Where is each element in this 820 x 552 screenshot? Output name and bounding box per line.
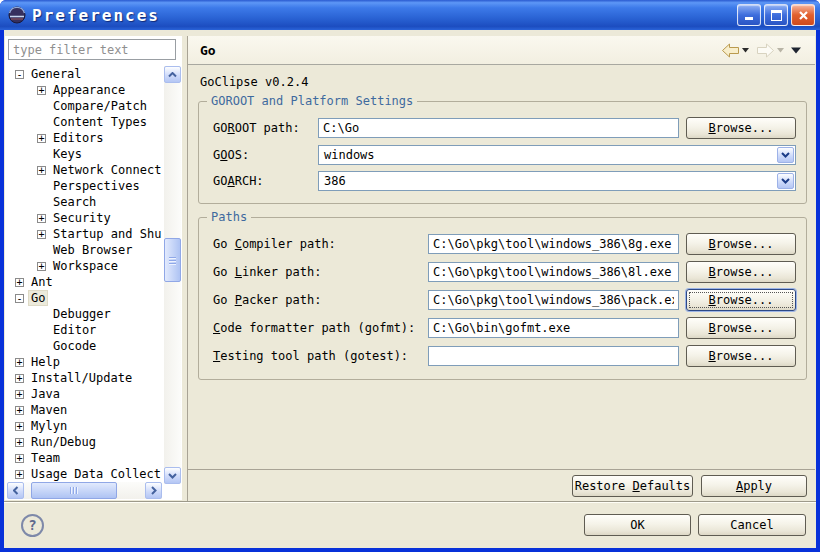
collapse-icon[interactable]: - [15, 294, 24, 303]
tree-item-install-update[interactable]: +Install/Update [7, 370, 162, 386]
packer-path-row: Go Packer path: Browse... [213, 289, 796, 311]
browse-button-goroot[interactable]: Browse... [686, 117, 796, 139]
help-button[interactable]: ? [21, 514, 44, 537]
ok-button[interactable]: OK [584, 514, 691, 536]
close-button[interactable] [791, 4, 815, 26]
expand-icon[interactable]: + [37, 230, 46, 239]
linker-path-label: Go Linker path: [213, 265, 421, 279]
tree-item-network-connect[interactable]: +Network Connect [7, 162, 162, 178]
browse-button-compiler[interactable]: Browse... [686, 233, 796, 255]
tree-item-security[interactable]: +Security [7, 210, 162, 226]
expand-icon[interactable]: + [15, 422, 24, 431]
tree-item-maven[interactable]: +Maven [7, 402, 162, 418]
packer-path-input[interactable] [428, 290, 679, 310]
apply-button[interactable]: Apply [701, 475, 807, 497]
cancel-button[interactable]: Cancel [698, 514, 806, 536]
maximize-button[interactable] [764, 4, 788, 26]
tree-item-java[interactable]: +Java [7, 386, 162, 402]
tree-item-go[interactable]: -Go [7, 290, 162, 306]
expand-icon[interactable]: + [37, 134, 46, 143]
linker-path-input[interactable] [428, 262, 679, 282]
expand-icon[interactable]: + [15, 358, 24, 367]
browse-button-packer[interactable]: Browse... [686, 289, 796, 311]
goroot-path-input[interactable] [318, 118, 679, 138]
maximize-icon [771, 10, 782, 21]
tree-item-label: Go [29, 291, 47, 305]
restore-defaults-button[interactable]: Restore Defaults [572, 475, 693, 497]
goos-dropdown-button[interactable] [777, 147, 794, 163]
goos-select[interactable]: windows [318, 145, 796, 165]
expand-icon[interactable]: + [15, 406, 24, 415]
expand-icon[interactable]: + [37, 262, 46, 271]
chevron-down-icon [781, 178, 790, 184]
tree-item-label: Editor [51, 323, 98, 337]
formatter-path-label: Code formatter path (gofmt): [213, 321, 421, 335]
expand-icon[interactable]: + [15, 438, 24, 447]
tree-item-web-browser[interactable]: Web Browser [7, 242, 162, 258]
tree-vertical-scrollbar[interactable] [164, 66, 181, 484]
compiler-path-input[interactable] [428, 234, 679, 254]
tree-item-label: Keys [51, 147, 84, 161]
dialog-body: -General+AppearanceCompare/PatchContent … [4, 30, 816, 548]
minimize-button[interactable] [737, 4, 761, 26]
browse-button-linker[interactable]: Browse... [686, 261, 796, 283]
filter-input[interactable] [8, 39, 176, 60]
tree-item-content-types[interactable]: Content Types [7, 114, 162, 130]
minimize-icon [745, 11, 754, 20]
scroll-down-icon [168, 473, 177, 479]
tree-item-team[interactable]: +Team [7, 450, 162, 466]
tree-item-startup-and-shu[interactable]: +Startup and Shu [7, 226, 162, 242]
tree-item-perspectives[interactable]: Perspectives [7, 178, 162, 194]
collapse-icon[interactable]: - [15, 70, 24, 79]
expand-icon[interactable]: + [37, 86, 46, 95]
tree-item-editor[interactable]: Editor [7, 322, 162, 338]
browse-button-formatter[interactable]: Browse... [686, 317, 796, 339]
expand-icon[interactable]: + [15, 374, 24, 383]
tree-item-mylyn[interactable]: +Mylyn [7, 418, 162, 434]
tree-item-help[interactable]: +Help [7, 354, 162, 370]
tree-item-gocode[interactable]: Gocode [7, 338, 162, 354]
tree-item-appearance[interactable]: +Appearance [7, 82, 162, 98]
tree-item-ant[interactable]: +Ant [7, 274, 162, 290]
scroll-right-button[interactable] [145, 482, 162, 499]
browse-button-testing[interactable]: Browse... [686, 345, 796, 367]
formatter-path-input[interactable] [428, 318, 679, 338]
testing-path-input[interactable] [428, 346, 679, 366]
scroll-up-button[interactable] [164, 66, 181, 83]
expand-icon[interactable]: + [15, 454, 24, 463]
goarch-select[interactable]: 386 [318, 171, 796, 191]
title-bar[interactable]: Preferences [0, 0, 820, 30]
expand-icon[interactable]: + [37, 166, 46, 175]
goarch-dropdown-button[interactable] [777, 173, 794, 189]
view-menu-button[interactable] [789, 46, 803, 55]
tree-item-label: Workspace [51, 259, 120, 273]
scroll-left-button[interactable] [7, 482, 24, 499]
expand-icon[interactable]: + [15, 278, 24, 287]
tree-horizontal-scrollbar[interactable] [7, 482, 162, 499]
tree-item-general[interactable]: -General [7, 66, 162, 82]
tree-item-run-debug[interactable]: +Run/Debug [7, 434, 162, 450]
expand-icon[interactable]: + [15, 470, 24, 479]
tree-item-workspace[interactable]: +Workspace [7, 258, 162, 274]
tree-item-compare-patch[interactable]: Compare/Patch [7, 98, 162, 114]
tree-item-debugger[interactable]: Debugger [7, 306, 162, 322]
vertical-scroll-thumb[interactable] [164, 238, 181, 282]
goroot-path-row: GOROOT path: Browse... [213, 117, 796, 139]
tree-item-keys[interactable]: Keys [7, 146, 162, 162]
horizontal-scroll-thumb[interactable] [31, 482, 117, 499]
view-menu-icon [791, 47, 801, 54]
tree-item-search[interactable]: Search [7, 194, 162, 210]
forward-button[interactable] [754, 42, 786, 59]
tree-item-label: Web Browser [51, 243, 134, 257]
packer-path-label: Go Packer path: [213, 293, 421, 307]
page-header: Go [188, 36, 815, 65]
back-button[interactable] [719, 42, 751, 59]
expand-icon[interactable]: + [37, 214, 46, 223]
tree-item-editors[interactable]: +Editors [7, 130, 162, 146]
goarch-selected-value: 386 [324, 174, 346, 188]
tree-item-label: Appearance [51, 83, 127, 97]
scroll-down-button[interactable] [164, 467, 181, 484]
linker-path-row: Go Linker path: Browse... [213, 261, 796, 283]
tree-item-usage-data-collect[interactable]: +Usage Data Collect [7, 466, 162, 482]
expand-icon[interactable]: + [15, 390, 24, 399]
